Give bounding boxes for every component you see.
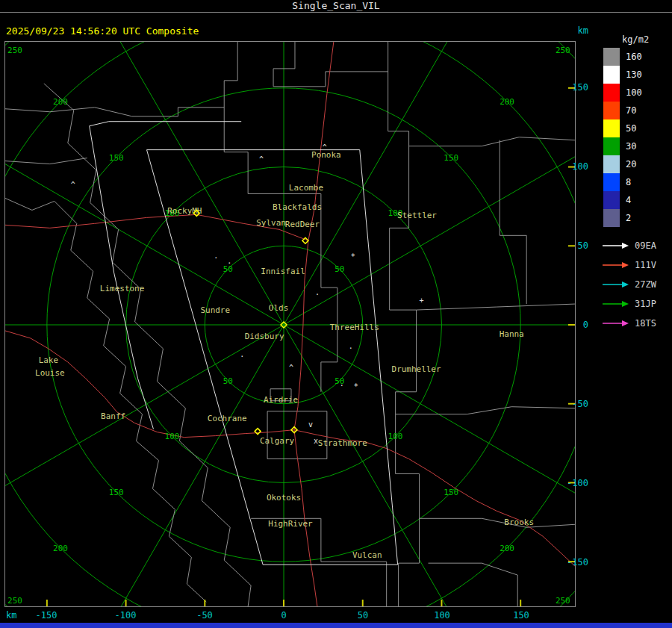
point-marker: ^ [259, 155, 264, 164]
point-marker: ^ [289, 364, 293, 372]
range-ring-label: 250 [556, 46, 570, 55]
point-marker: * [351, 252, 355, 261]
county-boundary [5, 158, 87, 164]
highway-line [294, 430, 575, 567]
range-ring-label: 200 [53, 97, 68, 107]
bottom-axis-label: 0 [269, 610, 299, 621]
bottom-axis-label: 150 [506, 610, 536, 621]
bottom-status-bar [0, 623, 672, 628]
bottom-axis-label: 50 [348, 610, 378, 621]
color-swatch [603, 137, 620, 155]
city-label: Olds [269, 303, 288, 313]
city-label: Airdrie [264, 395, 298, 405]
city-label: Brooks [504, 517, 534, 527]
radar-map[interactable]: 5050505010010010010015015015015020020020… [4, 41, 576, 607]
color-scale-row: 50 [603, 119, 642, 137]
county-boundary [396, 407, 575, 414]
bottom-axis-label: 100 [427, 610, 457, 621]
color-swatch [603, 173, 620, 191]
city-label: Banff [101, 411, 125, 421]
color-scale-value: 30 [626, 141, 636, 152]
city-label: HighRiver [268, 519, 313, 529]
radar-legend-row: 31JP [602, 294, 656, 314]
radar-arrow-icon [602, 300, 629, 308]
radar-map-canvas[interactable]: 5050505010010010010015015015015020020020… [5, 42, 575, 606]
point-marker: · [340, 382, 344, 390]
county-boundary [273, 72, 388, 87]
radar-site-legend: 09EA111V27ZW31JP18TS [602, 236, 656, 333]
radar-site-id: 09EA [635, 240, 656, 251]
bottom-axis-label: -150 [31, 610, 61, 621]
range-ring-label: 150 [109, 488, 124, 497]
point-marker: v [308, 420, 313, 429]
arrow-head [622, 301, 629, 307]
point-marker: · [240, 352, 244, 361]
point-marker: · [349, 344, 353, 352]
range-ring-label: 200 [53, 544, 68, 553]
radar-arrow-icon [602, 281, 629, 288]
city-label: Limestone [100, 284, 144, 293]
city-label: Louise [35, 368, 65, 378]
color-scale: 16013010070503020842 [603, 48, 642, 227]
color-scale-value: 50 [626, 123, 636, 134]
timestamp-label: 2025/09/23 14:56:20 UTC Composite [6, 25, 199, 37]
right-axis-label: 150 [560, 82, 588, 93]
color-scale-row: 8 [603, 173, 642, 191]
city-label: ThreeHills [330, 323, 379, 332]
point-marker: · [214, 254, 218, 262]
county-boundary [420, 518, 575, 527]
radar-site-id: 31JP [635, 299, 656, 309]
city-label: Innisfail [261, 267, 305, 276]
radar-legend-row: 27ZW [602, 275, 656, 294]
color-swatch [603, 84, 620, 102]
point-marker: * [354, 382, 358, 391]
city-label: Cochrane [208, 414, 247, 423]
right-axis-label: -150 [560, 557, 588, 568]
color-swatch [603, 66, 620, 84]
city-label: Didsbury [245, 332, 284, 341]
city-label: Calgary [260, 436, 295, 446]
radar-legend-row: 09EA [602, 236, 656, 255]
radar-site-marker [255, 429, 261, 435]
range-ring-label: 250 [556, 596, 570, 606]
legend-unit-label: kg/m2 [622, 34, 649, 45]
city-label: Stettler [397, 211, 437, 220]
color-scale-value: 130 [626, 69, 642, 80]
point-marker: ^ [71, 181, 75, 189]
color-swatch [603, 209, 620, 227]
highway-line [5, 331, 294, 438]
county-boundary [5, 108, 224, 116]
county-boundary [251, 518, 387, 606]
color-scale-value: 70 [626, 105, 636, 116]
color-swatch [603, 119, 620, 137]
color-scale-row: 2 [603, 209, 642, 227]
right-axis-unit-label: km [560, 25, 588, 36]
bottom-axis-unit-label: km [6, 610, 16, 621]
city-label: RockyMH [167, 206, 202, 216]
county-boundary [500, 140, 526, 304]
right-axis-label: -100 [560, 478, 588, 488]
right-axis-label: 100 [560, 161, 588, 172]
right-axis-label: -50 [560, 399, 588, 409]
bottom-axis-label: -100 [111, 610, 140, 621]
arrow-head [622, 243, 629, 249]
color-scale-row: 4 [603, 191, 642, 209]
radar-legend-row: 18TS [602, 314, 656, 333]
bottom-axis-label: -50 [190, 610, 220, 621]
radar-legend-row: 111V [602, 255, 656, 275]
radar-site-id: 27ZW [635, 279, 656, 290]
coverage-boundary [90, 122, 241, 429]
radar-site-id: 111V [635, 260, 656, 270]
color-scale-value: 20 [626, 159, 636, 170]
radar-arrow-icon [602, 242, 629, 249]
county-boundary [152, 461, 206, 602]
range-ring-label: 100 [165, 432, 180, 441]
city-label: Blackfalds [273, 202, 322, 212]
color-scale-row: 20 [603, 155, 642, 173]
county-boundary [224, 42, 248, 193]
city-label: Strathmore [318, 438, 367, 448]
color-scale-row: 70 [603, 102, 642, 119]
range-ring-label: 200 [500, 97, 514, 107]
radar-site-id: 18TS [635, 318, 656, 329]
right-axis-label: 0 [560, 320, 588, 330]
